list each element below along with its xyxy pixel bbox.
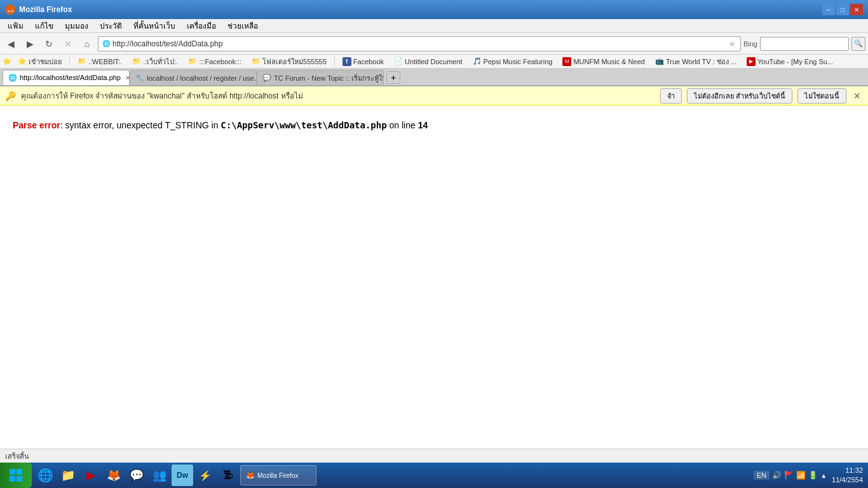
bookmark-web-general[interactable]: 📁 .:เว็บทั่วไป:.	[128, 55, 182, 68]
address-bar: 🌐 ★	[98, 36, 741, 51]
error-line: 14	[418, 120, 428, 130]
page-content: Parse error: syntax error, unexpected T_…	[0, 105, 868, 423]
bookmark-facebook[interactable]: f Facebook	[339, 57, 388, 67]
facebook-f-icon: f	[342, 57, 351, 66]
error-message: Parse error: syntax error, unexpected T_…	[13, 118, 855, 132]
menu-bookmarks[interactable]: ที่คั้นหน้าเว็บ	[128, 18, 180, 33]
back-button[interactable]: ◀	[3, 36, 19, 52]
window-title: Mozilla Firefox	[19, 5, 72, 14]
address-input[interactable]	[112, 39, 726, 48]
bookmark-web-label: .:เว็บทั่วไป:.	[143, 56, 178, 67]
tabs-bar: 🌐 http://localhost/test/AddData.php ✕ 🔧 …	[0, 69, 868, 86]
bookmark-youtube[interactable]: ▶ YouTube - [My Eng Su...	[743, 57, 837, 67]
bookmark-facebook-label: Facebook	[353, 58, 384, 65]
page-icon: 🌐	[102, 40, 110, 47]
notify-later-button[interactable]: ไม่ใช่ตอนนี้	[797, 88, 846, 104]
bookmark-pepsi[interactable]: 🎵 Pepsi Music Featuring	[469, 57, 557, 66]
notify-bar: 🔑 คุณต้องการให้ Firefox จำรหัสผ่านของ "k…	[0, 86, 868, 105]
menu-edit[interactable]: แก้ไข	[30, 18, 58, 33]
bookmark-folder2-icon: 📁	[132, 57, 141, 65]
error-path: C:\AppServ\www\test\AddData.php	[220, 120, 386, 130]
menu-view[interactable]: มุมมอง	[60, 18, 93, 33]
bookmark-frequent-icon: ⭐	[18, 57, 27, 65]
bookmark-frequent[interactable]: ⭐ เข้าชมบ่อย	[14, 55, 65, 68]
bookmark-youtube-label: YouTube - [My Eng Su...	[757, 58, 833, 65]
tab-adddata-close[interactable]: ✕	[123, 73, 130, 82]
title-bar-left: 🦊 Mozilla Firefox	[5, 4, 72, 15]
bookmark-folder-icon: 📁	[78, 57, 86, 65]
notify-text: คุณต้องการให้ Firefox จำรหัสผ่านของ "kwa…	[21, 90, 655, 102]
stop-button[interactable]: ✕	[60, 36, 76, 52]
bookmark-new-folder-label: โฟลเดอร์ใหม่555555	[262, 56, 327, 67]
window-controls: ─ □ ✕	[822, 4, 863, 15]
bookmark-untitled[interactable]: 📄 Untitled Document	[390, 57, 466, 66]
search-bar: Bing 🔍	[743, 36, 865, 51]
home-button[interactable]: ⌂	[79, 36, 95, 52]
notify-key-icon: 🔑	[5, 91, 16, 101]
tab-localhost-label: localhost / localhost / register / use..…	[147, 74, 257, 82]
bookmark-munfm[interactable]: M MUNFM Music & Need	[559, 57, 648, 67]
minimize-button[interactable]: ─	[822, 4, 835, 15]
menu-help[interactable]: ช่วยเหลือ	[222, 18, 263, 33]
tab-localhost-icon: 🔧	[135, 74, 144, 82]
tab-localhost[interactable]: 🔧 localhost / localhost / register / use…	[130, 70, 257, 85]
tab-adddata-label: http://localhost/test/AddData.php	[20, 74, 121, 81]
search-button[interactable]: 🔍	[851, 37, 865, 51]
error-label: Parse error	[13, 120, 60, 130]
menu-history[interactable]: ประวัติ	[95, 18, 127, 33]
bookmark-new-folder[interactable]: 📁 โฟลเดอร์ใหม่555555	[248, 55, 330, 68]
bookmarks-bar: ⭐ ⭐ เข้าชมบ่อย 📁 .:WEBBIT:. 📁 .:เว็บทั่ว…	[0, 55, 868, 69]
bookmark-folder4-icon: 📁	[252, 57, 261, 65]
bookmark-doc-icon: 📄	[394, 57, 403, 65]
tab-tcforum-label: TC Forum - New Topic :: เริ่มกระทู้ใหม่	[274, 72, 384, 84]
munfm-icon: M	[562, 57, 571, 66]
bookmark-pepsi-label: Pepsi Music Featuring	[484, 58, 553, 65]
tab-tcforum-icon: 💬	[262, 74, 271, 82]
menu-bar: แฟ้ม แก้ไข มุมมอง ประวัติ ที่คั้นหน้าเว็…	[0, 19, 868, 33]
firefox-icon: 🦊	[5, 4, 15, 15]
menu-tools[interactable]: เครื่องมือ	[182, 18, 221, 33]
bookmark-trueworld-label: True World TV : ช่อง ...	[666, 56, 736, 67]
menu-file[interactable]: แฟ้ม	[3, 18, 29, 33]
nav-bar: ◀ ▶ ↻ ✕ ⌂ 🌐 ★ Bing 🔍	[0, 33, 868, 55]
tab-adddata[interactable]: 🌐 http://localhost/test/AddData.php ✕	[3, 70, 130, 85]
bookmark-sep-1	[69, 57, 70, 66]
tab-adddata-icon: 🌐	[8, 74, 17, 82]
bookmark-tv-icon: 📺	[655, 57, 664, 65]
bookmark-facebook-folder[interactable]: 📁 :::Facebook:::	[184, 57, 245, 66]
title-bar: 🦊 Mozilla Firefox ─ □ ✕	[0, 0, 868, 19]
tab-tcforum[interactable]: 💬 TC Forum - New Topic :: เริ่มกระทู้ใหม…	[257, 70, 384, 85]
search-label: Bing	[743, 40, 757, 48]
error-colon: : syntax error, unexpected T_STRING in	[60, 120, 219, 130]
tab-add-button[interactable]: +	[386, 71, 400, 84]
bookmark-sep-2	[334, 57, 335, 66]
bookmark-munfm-label: MUNFM Music & Need	[573, 58, 644, 65]
reload-button[interactable]: ↻	[41, 36, 57, 52]
youtube-icon: ▶	[747, 57, 756, 66]
bookmark-star[interactable]: ★	[728, 39, 736, 49]
search-input[interactable]	[760, 37, 849, 51]
bookmark-webbit[interactable]: 📁 .:WEBBIT:.	[74, 57, 126, 66]
bookmark-webbit-label: .:WEBBIT:.	[88, 58, 122, 65]
error-suffix: on line	[390, 120, 416, 130]
maximize-button[interactable]: □	[836, 4, 849, 15]
bookmark-music-icon: 🎵	[473, 57, 482, 65]
notify-save-button[interactable]: จำ	[660, 88, 682, 104]
bookmark-facebook-folder-label: :::Facebook:::	[199, 58, 241, 65]
notify-never-button[interactable]: ไม่ต้องอีกเลย สำหรับเว็บไซต์นี้	[687, 88, 792, 104]
bookmark-untitled-label: Untitled Document	[405, 58, 463, 65]
close-button[interactable]: ✕	[850, 4, 863, 15]
bookmark-frequent-label: เข้าชมบ่อย	[29, 56, 62, 67]
notify-close-button[interactable]: ✕	[851, 90, 863, 102]
bookmark-trueworld[interactable]: 📺 True World TV : ช่อง ...	[651, 55, 740, 68]
bookmark-folder3-icon: 📁	[188, 57, 197, 65]
forward-button[interactable]: ▶	[22, 36, 38, 52]
